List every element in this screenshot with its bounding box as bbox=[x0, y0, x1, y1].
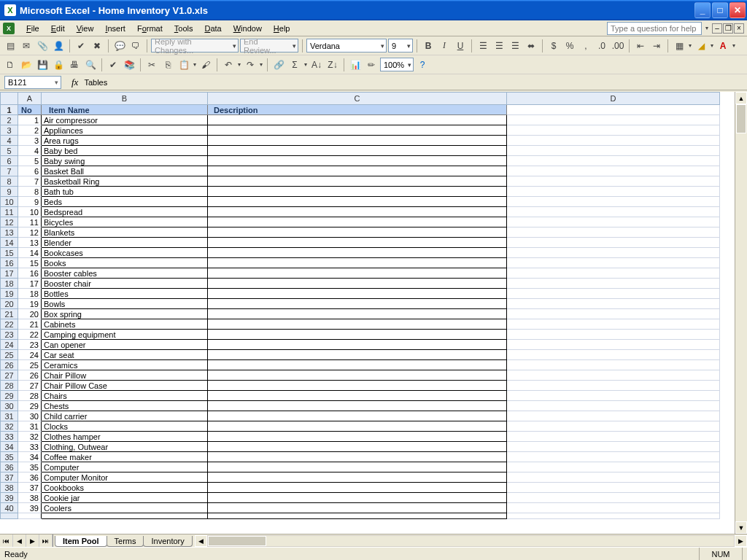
cell[interactable] bbox=[208, 166, 507, 176]
cell[interactable]: Camping equipment bbox=[42, 330, 208, 340]
row-header[interactable]: 5 bbox=[1, 146, 18, 156]
cell[interactable] bbox=[507, 299, 720, 309]
row-header[interactable]: 3 bbox=[1, 125, 18, 136]
cell[interactable] bbox=[507, 340, 720, 350]
help-search-input[interactable] bbox=[607, 22, 702, 35]
decrease-indent-button[interactable]: ⇤ bbox=[633, 39, 648, 53]
cell[interactable]: 19 bbox=[18, 299, 42, 309]
scroll-up-arrow[interactable]: ▲ bbox=[735, 92, 747, 104]
cell[interactable]: 6 bbox=[18, 166, 42, 176]
tab-nav-last[interactable]: ⏭ bbox=[39, 534, 53, 547]
cell[interactable]: Baby swing bbox=[42, 156, 208, 166]
maximize-button[interactable]: □ bbox=[712, 2, 728, 18]
col-header-C[interactable]: C bbox=[208, 93, 507, 105]
cell[interactable] bbox=[507, 421, 720, 432]
row-header[interactable]: 26 bbox=[1, 360, 18, 370]
minimize-button[interactable]: _ bbox=[694, 2, 711, 18]
cell[interactable] bbox=[208, 350, 507, 360]
cell[interactable]: 37 bbox=[18, 483, 42, 493]
cell[interactable]: 13 bbox=[18, 238, 42, 248]
cell[interactable]: Cookie jar bbox=[42, 493, 208, 503]
row-header[interactable]: 6 bbox=[1, 156, 18, 166]
print-preview-button[interactable]: 🔍 bbox=[83, 58, 98, 72]
currency-button[interactable]: $ bbox=[546, 39, 561, 53]
sort-asc-button[interactable]: A↓ bbox=[309, 58, 324, 72]
select-all-corner[interactable] bbox=[1, 93, 18, 105]
cell[interactable] bbox=[507, 493, 720, 503]
percent-button[interactable]: % bbox=[562, 39, 577, 53]
cell[interactable]: Blender bbox=[42, 238, 208, 248]
row-header[interactable]: 10 bbox=[1, 197, 18, 207]
cell[interactable]: Beds bbox=[42, 197, 208, 207]
cell[interactable]: Clothes hamper bbox=[42, 432, 208, 442]
row-header[interactable]: 2 bbox=[1, 115, 18, 125]
cell[interactable]: 4 bbox=[18, 146, 42, 156]
row-header[interactable]: 12 bbox=[1, 217, 18, 228]
cell[interactable] bbox=[208, 217, 507, 228]
row-header[interactable]: 9 bbox=[1, 187, 18, 197]
cell[interactable]: Car seat bbox=[42, 350, 208, 360]
help-button[interactable]: ? bbox=[415, 58, 430, 72]
hscroll-thumb[interactable] bbox=[208, 536, 266, 546]
cell[interactable] bbox=[507, 513, 720, 519]
cell[interactable] bbox=[507, 350, 720, 360]
row-header[interactable]: 25 bbox=[1, 350, 18, 360]
cell[interactable] bbox=[507, 401, 720, 411]
increase-indent-button[interactable]: ⇥ bbox=[649, 39, 664, 53]
cell[interactable]: Bookcases bbox=[42, 248, 208, 258]
cell[interactable] bbox=[208, 483, 507, 493]
attach-icon[interactable]: 📎 bbox=[35, 39, 50, 53]
font-size-combo[interactable]: 9 bbox=[388, 39, 413, 52]
cell[interactable] bbox=[507, 136, 720, 146]
cell[interactable] bbox=[208, 370, 507, 381]
align-left-button[interactable]: ☰ bbox=[476, 39, 490, 53]
cut-button[interactable]: ✂ bbox=[144, 58, 159, 72]
cell[interactable]: 21 bbox=[18, 319, 42, 330]
row-header[interactable]: 29 bbox=[1, 391, 18, 401]
row-header[interactable]: 34 bbox=[1, 442, 18, 452]
cell[interactable]: 10 bbox=[18, 207, 42, 217]
cell[interactable]: Bath tub bbox=[42, 187, 208, 197]
cell[interactable] bbox=[507, 268, 720, 279]
row-header[interactable]: 1 bbox=[1, 105, 18, 115]
cell[interactable] bbox=[208, 309, 507, 319]
cell[interactable] bbox=[208, 125, 507, 136]
cell[interactable]: Can opener bbox=[42, 340, 208, 350]
cell[interactable] bbox=[208, 238, 507, 248]
row-header[interactable]: 13 bbox=[1, 228, 18, 238]
cell[interactable] bbox=[208, 330, 507, 340]
sort-desc-button[interactable]: Z↓ bbox=[325, 58, 340, 72]
cell[interactable] bbox=[208, 319, 507, 330]
cell[interactable] bbox=[507, 279, 720, 289]
row-header[interactable]: 16 bbox=[1, 258, 18, 268]
chart-wizard-button[interactable]: 📊 bbox=[348, 58, 363, 72]
copy-button[interactable]: ⎘ bbox=[160, 58, 175, 72]
zoom-combo[interactable]: 100% bbox=[380, 58, 414, 71]
comment-icon[interactable]: 💬 bbox=[112, 39, 127, 53]
cell[interactable] bbox=[507, 258, 720, 268]
cell[interactable]: 39 bbox=[18, 503, 42, 513]
cell[interactable]: Baby bed bbox=[42, 146, 208, 156]
cell[interactable]: 33 bbox=[18, 442, 42, 452]
cell[interactable] bbox=[208, 381, 507, 391]
cell[interactable]: 11 bbox=[18, 217, 42, 228]
undo-button[interactable]: ↶ bbox=[221, 58, 236, 72]
cell[interactable] bbox=[507, 207, 720, 217]
new-workbook-icon[interactable]: ▤ bbox=[3, 39, 18, 53]
row-header[interactable]: 11 bbox=[1, 207, 18, 217]
open-button[interactable]: 📂 bbox=[19, 58, 34, 72]
row-header[interactable]: 14 bbox=[1, 238, 18, 248]
vscroll-thumb[interactable] bbox=[736, 104, 746, 133]
cell[interactable] bbox=[507, 217, 720, 228]
cell[interactable]: Clocks bbox=[42, 421, 208, 432]
cell[interactable] bbox=[208, 462, 507, 472]
cell[interactable] bbox=[208, 207, 507, 217]
cell[interactable]: 23 bbox=[18, 340, 42, 350]
cell[interactable] bbox=[208, 340, 507, 350]
cell[interactable]: 7 bbox=[18, 176, 42, 187]
cell[interactable]: 25 bbox=[18, 360, 42, 370]
cell[interactable]: Coffee maker bbox=[42, 452, 208, 462]
cell[interactable]: Chair Pillow Case bbox=[42, 381, 208, 391]
cell[interactable]: 24 bbox=[18, 350, 42, 360]
cell[interactable] bbox=[507, 176, 720, 187]
